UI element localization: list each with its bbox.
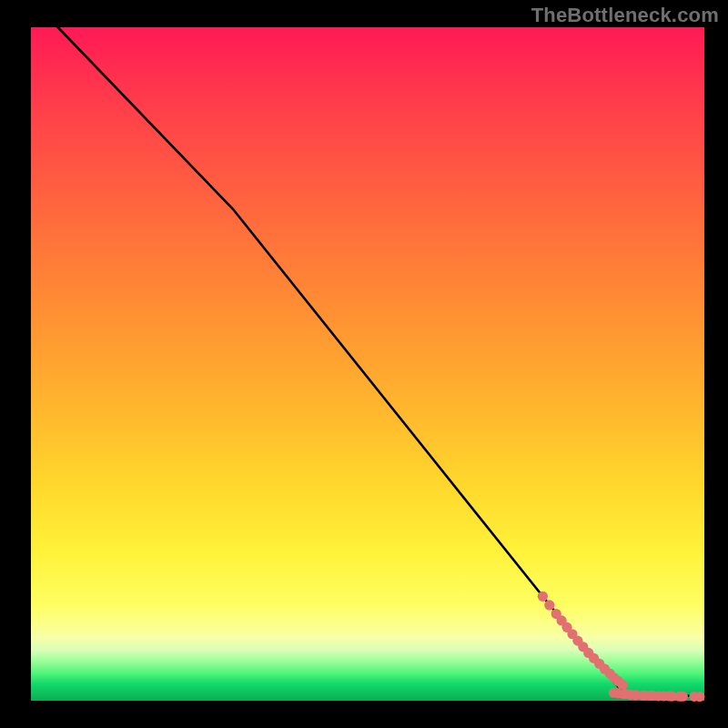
data-point xyxy=(617,680,627,690)
series-points-bottom-cluster xyxy=(609,688,705,703)
chart-svg xyxy=(31,27,704,701)
data-point xyxy=(538,592,548,602)
chart-frame: TheBottleneck.com xyxy=(0,0,728,728)
series-points-upper-segment xyxy=(538,592,628,690)
data-point xyxy=(694,692,704,702)
series-curve xyxy=(58,27,704,697)
data-point xyxy=(678,692,688,702)
data-point xyxy=(544,600,554,610)
watermark-text: TheBottleneck.com xyxy=(531,4,719,27)
plot-area xyxy=(31,27,704,701)
